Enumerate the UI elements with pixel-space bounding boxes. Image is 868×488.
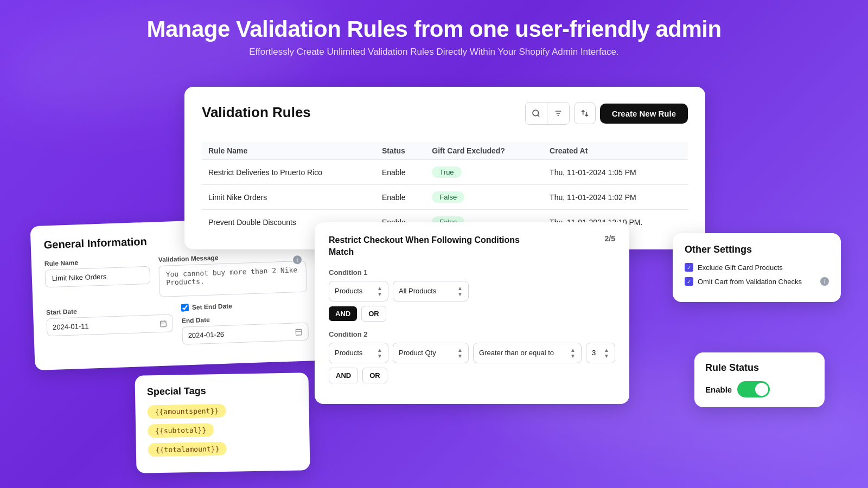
condition-1-or-button[interactable]: OR xyxy=(361,306,386,322)
created-at-cell: Thu, 11-01-2024 1:05 PM xyxy=(543,160,688,185)
condition-1-field1-value: Products xyxy=(335,287,362,295)
tag-totalamount: {{totalamount}} xyxy=(148,442,227,457)
condition-1-field1-select[interactable]: Products ▲▼ xyxy=(329,281,388,301)
table-row[interactable]: Restrict Deliveries to Pruerto Rico Enab… xyxy=(202,160,688,185)
other-settings-title: Other Settings xyxy=(685,244,829,255)
rule-name-input[interactable] xyxy=(44,266,150,288)
condition-2-and-button[interactable]: AND xyxy=(329,368,358,383)
search-button[interactable] xyxy=(526,102,547,124)
gift-card-badge: False xyxy=(432,191,464,203)
condition-2-logic-row: AND OR xyxy=(329,368,615,383)
condition-2-or-button[interactable]: OR xyxy=(362,368,387,383)
validation-message-input[interactable]: You cannot buy more than 2 Nike Products… xyxy=(158,261,307,297)
create-new-rule-button[interactable]: Create New Rule xyxy=(600,104,688,124)
exclude-gift-card-option[interactable]: ✓ Exclude Gift Card Products xyxy=(685,263,829,272)
condition-2-field1-select[interactable]: Products ▲▼ xyxy=(329,343,388,363)
chevron-updown-icon-2: ▲▼ xyxy=(457,285,463,297)
search-filter-group xyxy=(525,102,570,125)
rule-name-cell: Limit Nike Orders xyxy=(202,185,375,210)
gift-card-badge: True xyxy=(432,166,461,178)
chevron-updown-icon-3: ▲▼ xyxy=(377,347,382,359)
condition-1-row: Products ▲▼ All Products ▲▼ xyxy=(329,281,615,301)
condition-2-qty-value: 3 xyxy=(592,349,596,357)
table-row[interactable]: Limit Nike Orders Enable False Thu, 11-0… xyxy=(202,185,688,210)
chevron-updown-icon-4: ▲▼ xyxy=(457,347,463,359)
condition-2-field2-value: Product Qty xyxy=(399,349,436,357)
svg-rect-8 xyxy=(296,329,302,335)
rule-status-toggle[interactable] xyxy=(737,381,770,397)
toggle-label: Enable xyxy=(705,385,732,394)
conditions-count: 2/5 xyxy=(605,234,615,243)
calendar-icon xyxy=(159,319,167,327)
set-end-date-checkbox[interactable] xyxy=(181,304,189,311)
svg-rect-4 xyxy=(161,321,167,327)
toggle-container: Enable xyxy=(705,381,814,397)
condition-2-row: Products ▲▼ Product Qty ▲▼ Greater than … xyxy=(329,343,615,363)
condition-2-field3-select[interactable]: Greater than or equal to ▲▼ xyxy=(473,343,582,363)
svg-point-0 xyxy=(533,110,539,116)
condition-2-label: Condition 2 xyxy=(329,330,615,338)
chevron-updown-icon: ▲▼ xyxy=(377,285,382,297)
rule-status-title: Rule Status xyxy=(705,362,814,374)
chevron-updown-icon-5: ▲▼ xyxy=(570,347,576,359)
omit-cart-option[interactable]: ✓ Omit Cart from Validation Checks i xyxy=(685,277,829,286)
omit-cart-info-icon: i xyxy=(820,277,829,286)
col-rule-name: Rule Name xyxy=(202,142,375,160)
status-cell: Enable xyxy=(375,160,425,185)
end-date-input[interactable]: 2024-01-26 xyxy=(182,323,309,345)
omit-cart-label: Omit Cart from Validation Checks xyxy=(698,278,802,286)
omit-cart-checkbox[interactable]: ✓ xyxy=(685,277,693,286)
condition-1-section: Condition 1 Products ▲▼ All Products ▲▼ … xyxy=(329,268,615,322)
validation-rules-title: Validation Rules xyxy=(202,104,311,121)
exclude-gift-card-label: Exclude Gift Card Products xyxy=(698,264,783,272)
status-cell: Enable xyxy=(375,185,425,210)
rule-name-label: Rule Name xyxy=(44,256,150,268)
main-headline: Manage Validation Rules from one user-fr… xyxy=(0,16,868,42)
condition-1-field2-select[interactable]: All Products ▲▼ xyxy=(393,281,469,301)
tag-subtotal: {{subtotal}} xyxy=(148,423,214,438)
col-status: Status xyxy=(375,142,425,160)
search-icon xyxy=(532,109,540,118)
condition-2-field2-select[interactable]: Product Qty ▲▼ xyxy=(393,343,469,363)
condition-2-field3-value: Greater than or equal to xyxy=(479,349,554,357)
tags-row-1: {{amountspent}} {{subtotal}} xyxy=(147,403,297,438)
other-settings-card: Other Settings ✓ Exclude Gift Card Produ… xyxy=(673,233,841,302)
gift-card-cell: False xyxy=(425,185,543,210)
conditions-card: Restrict Checkout When Following Conditi… xyxy=(315,222,629,404)
main-subheadline: Effortlessly Create Unlimited Validation… xyxy=(0,47,868,57)
rule-name-cell: Restrict Deliveries to Pruerto Rico xyxy=(202,160,375,185)
rules-table: Rule Name Status Gift Card Excluded? Cre… xyxy=(202,142,688,234)
filter-button[interactable] xyxy=(547,102,569,124)
page-header: Manage Validation Rules from one user-fr… xyxy=(0,0,868,68)
toggle-thumb xyxy=(755,383,768,396)
table-toolbar: Create New Rule xyxy=(525,102,688,125)
gift-card-cell: True xyxy=(425,160,543,185)
condition-2-qty[interactable]: 3 ▲▼ xyxy=(586,343,615,363)
special-tags-card: Special Tags {{amountspent}} {{subtotal}… xyxy=(135,373,310,473)
special-tags-title: Special Tags xyxy=(147,384,297,398)
rule-status-card: Rule Status Enable xyxy=(694,352,825,407)
start-date-input[interactable]: 2024-01-11 xyxy=(46,314,173,336)
conditions-title: Restrict Checkout When Following Conditi… xyxy=(329,234,535,259)
calendar-icon-2 xyxy=(295,328,302,335)
condition-1-and-button[interactable]: AND xyxy=(329,306,357,321)
condition-2-field1-value: Products xyxy=(335,349,362,357)
condition-1-field2-value: All Products xyxy=(399,287,436,295)
end-date-value: 2024-01-26 xyxy=(188,330,224,339)
filter-icon xyxy=(554,109,563,118)
col-gift-card: Gift Card Excluded? xyxy=(425,142,543,160)
condition-2-section: Condition 2 Products ▲▼ Product Qty ▲▼ G… xyxy=(329,330,615,383)
created-at-cell: Thu, 11-01-2024 1:02 PM xyxy=(543,185,688,210)
set-end-date-label: Set End Date xyxy=(192,302,232,311)
tags-row-2: {{totalamount}} xyxy=(148,441,298,457)
tag-amountspent: {{amountspent}} xyxy=(147,404,226,419)
sort-button[interactable] xyxy=(574,102,596,124)
exclude-gift-card-checkbox[interactable]: ✓ xyxy=(685,263,693,272)
condition-1-label: Condition 1 xyxy=(329,268,615,277)
col-created-at: Created At xyxy=(543,142,688,160)
start-date-value: 2024-01-11 xyxy=(53,322,89,331)
qty-arrows-icon: ▲▼ xyxy=(604,347,609,359)
sort-icon xyxy=(580,109,589,118)
condition-1-logic-row: AND OR xyxy=(329,306,615,322)
